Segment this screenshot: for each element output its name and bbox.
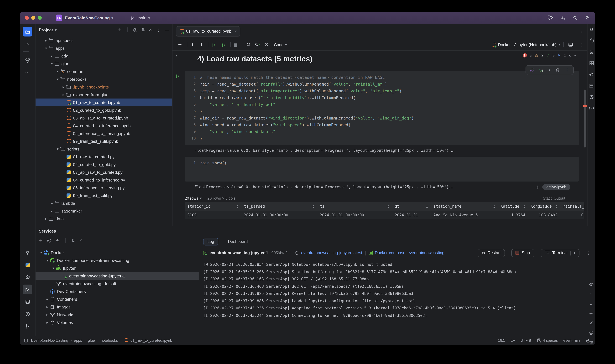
problems-icon[interactable] bbox=[23, 309, 32, 319]
terminal-dropdown-icon[interactable]: ▾ bbox=[574, 251, 575, 255]
rollback-icon[interactable] bbox=[589, 71, 594, 77]
tree-item[interactable]: ▸.ipynb_checkpoints bbox=[36, 83, 172, 91]
tab-dashboard[interactable]: Dashboard bbox=[224, 238, 252, 245]
chevron-down-icon[interactable]: ▾ bbox=[55, 147, 60, 151]
column-header[interactable]: longitude bbox=[528, 202, 560, 211]
tree-item[interactable]: ▾notebooks bbox=[36, 75, 172, 83]
code-line[interactable]: 6) bbox=[185, 108, 579, 115]
tree-item[interactable]: ▸common bbox=[36, 67, 172, 75]
tree-item[interactable]: ▾Docker-compose: eventrainnowcasting bbox=[36, 257, 199, 264]
tree-item[interactable]: 03_api_raw_to_curated.ipynb bbox=[36, 114, 172, 122]
next-problem-icon[interactable]: ∨ bbox=[574, 54, 576, 57]
chevron-right-icon[interactable]: ▸ bbox=[49, 201, 54, 205]
code-line[interactable]: 5 "value", "rel_humidity_pct" bbox=[185, 101, 579, 108]
tab-log[interactable]: Log bbox=[203, 238, 218, 246]
status-item[interactable]: UTF-8 bbox=[520, 338, 531, 342]
tree-item[interactable]: eventrainnowcasting-jupyter-1 bbox=[36, 272, 199, 280]
tree-item[interactable]: ▸api-specs bbox=[36, 37, 172, 44]
status-item[interactable]: LF bbox=[511, 338, 515, 342]
close-tab-icon[interactable]: × bbox=[234, 29, 237, 34]
tree-item[interactable]: eventrainnowcasting_default bbox=[36, 280, 199, 287]
user-add-icon[interactable] bbox=[560, 15, 566, 21]
table-data-row[interactable]: S1092024-01-01 00:00:002024-01-01 00:00:… bbox=[185, 211, 584, 219]
dependencies-icon[interactable] bbox=[589, 60, 594, 66]
chevron-right-icon[interactable]: ▸ bbox=[61, 93, 66, 96]
tree-item[interactable]: 05_inference_to_serving.ipynb bbox=[36, 130, 172, 137]
tree-item[interactable]: 05_inference_to_serving.py bbox=[36, 184, 172, 192]
ai-spiral-icon[interactable] bbox=[548, 15, 553, 21]
tree-item[interactable]: 02_curated_to_gold.py bbox=[36, 160, 172, 168]
variables-icon[interactable]: (×) bbox=[589, 105, 594, 111]
tree-item[interactable]: ▸Images bbox=[36, 303, 199, 311]
commit-icon[interactable] bbox=[23, 39, 32, 49]
column-header[interactable]: latitude bbox=[498, 202, 528, 211]
tree-item[interactable]: ▸Containers bbox=[36, 295, 199, 303]
rows-per-page-dropdown[interactable]: 20 rows ▾ bbox=[185, 196, 202, 201]
code-cell[interactable]: ▷ ▷↑•⋮ 1# These names should match the d… bbox=[185, 71, 579, 145]
chevron-down-icon[interactable]: ▾ bbox=[44, 46, 49, 50]
add-cell-icon[interactable]: + bbox=[176, 41, 183, 48]
collapse-cell-icon[interactable]: ▾ bbox=[176, 54, 177, 57]
stop-icon[interactable]: ■ bbox=[232, 41, 239, 48]
chevron-right-icon[interactable]: ▸ bbox=[44, 217, 49, 221]
tree-item[interactable]: ▸data bbox=[36, 215, 172, 222]
run-all-icon[interactable]: ▷▷ bbox=[220, 41, 227, 48]
services-icon[interactable]: ▷ bbox=[23, 285, 32, 294]
cell-type-dropdown[interactable]: Code▾ bbox=[274, 42, 287, 47]
search-icon[interactable] bbox=[572, 15, 578, 21]
tree-item[interactable]: 02_curated_to_gold.ipynb bbox=[36, 106, 172, 114]
column-header[interactable]: station_id bbox=[185, 202, 241, 211]
tree-item[interactable]: ▸Networks bbox=[36, 311, 199, 318]
database-icon[interactable] bbox=[589, 49, 594, 55]
plug-icon[interactable] bbox=[23, 248, 32, 257]
log-output[interactable]: [W 2026-02-21 10:20:03.854 ServerApp] No… bbox=[199, 258, 595, 336]
collapse-all-icon[interactable]: ✕ bbox=[79, 238, 83, 242]
tab-options-kebab-icon[interactable]: ⋮ bbox=[579, 29, 583, 33]
restart-icon[interactable]: ↻ bbox=[245, 41, 252, 48]
chevron-down-icon[interactable]: ▾ bbox=[49, 62, 54, 65]
branch-icon[interactable] bbox=[23, 321, 32, 331]
history-icon[interactable] bbox=[589, 94, 594, 100]
code-line[interactable]: 2rain = read_raw_dataset("rainfall").wit… bbox=[185, 81, 579, 88]
code-line[interactable]: 10) bbox=[185, 135, 579, 142]
code-line[interactable]: 1rain.show() bbox=[185, 159, 579, 166]
chevron-down-icon[interactable]: ▾ bbox=[55, 77, 60, 81]
chevron-down-icon[interactable]: ▾ bbox=[39, 251, 44, 254]
wrap-icon[interactable]: ↩ bbox=[588, 311, 594, 316]
jupyter-console-icon[interactable] bbox=[567, 41, 574, 48]
ai-spiral-icon[interactable] bbox=[530, 68, 535, 73]
sort-icon[interactable] bbox=[424, 205, 428, 208]
column-header[interactable]: rainfall_mm bbox=[560, 202, 584, 211]
tree-item[interactable]: ▸Volumes bbox=[36, 318, 199, 326]
clear-outputs-icon[interactable]: ⊘ bbox=[263, 41, 270, 48]
status-item[interactable]: 4 spaces bbox=[536, 338, 558, 343]
kebab-icon[interactable]: ⋮ bbox=[565, 67, 569, 73]
hide-icon[interactable]: — bbox=[165, 28, 169, 32]
restart-button[interactable]: ↻ Restart bbox=[478, 249, 505, 257]
tree-item[interactable]: ▸sagemaker bbox=[36, 207, 172, 215]
minimize-window-button[interactable] bbox=[31, 16, 35, 20]
project-folder-icon[interactable] bbox=[23, 27, 32, 37]
tree-item[interactable]: 99_train_test_split.ipynb bbox=[36, 137, 172, 145]
print-icon[interactable] bbox=[588, 330, 594, 336]
run-above-icon[interactable]: ▷↑ bbox=[539, 67, 544, 73]
close-window-button[interactable] bbox=[25, 16, 29, 20]
tree-item[interactable]: 01_raw_to_curated.py bbox=[36, 153, 172, 160]
move-down-icon[interactable]: ↓ bbox=[198, 41, 205, 48]
code-line[interactable]: 7wind_dir = read_raw_dataset("wind_direc… bbox=[185, 115, 579, 121]
collapse-x-icon[interactable]: ✕ bbox=[149, 28, 152, 32]
window-icon[interactable] bbox=[24, 338, 28, 343]
log-kebab-icon[interactable]: ⋮ bbox=[587, 251, 591, 255]
code-line[interactable]: 8wind_speed = read_raw_dataset("wind_spe… bbox=[185, 121, 579, 128]
sort-icon[interactable] bbox=[554, 205, 558, 208]
error-stripe-mark[interactable] bbox=[583, 105, 587, 107]
scroll-end-icon[interactable] bbox=[588, 320, 594, 326]
tree-item[interactable]: ▸exported-from-glue bbox=[36, 91, 172, 99]
column-header[interactable]: ts bbox=[317, 202, 392, 211]
tree-item[interactable]: ▸lambda bbox=[36, 199, 172, 207]
services-panel-title[interactable]: Services bbox=[39, 229, 56, 233]
target-icon[interactable]: ◎ bbox=[47, 238, 51, 243]
kebab-icon[interactable]: ⋮ bbox=[156, 27, 161, 32]
structure-icon[interactable] bbox=[23, 55, 32, 65]
tree-item[interactable]: 04_curated_to_inference.ipynb bbox=[36, 122, 172, 130]
